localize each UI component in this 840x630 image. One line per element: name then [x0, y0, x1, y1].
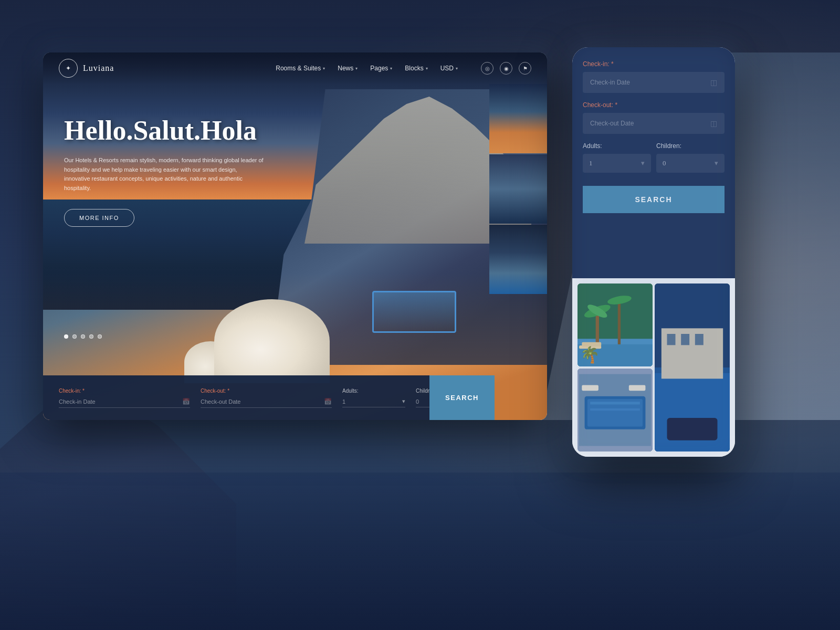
desktop-checkout-label: Check-out: * — [201, 388, 332, 394]
thumbnail-3[interactable] — [489, 225, 547, 294]
nav-blocks[interactable]: Blocks ▾ — [405, 65, 427, 72]
more-info-button[interactable]: MORE INFO — [64, 209, 134, 227]
chevron-down-icon: ▾ — [355, 66, 358, 71]
nav-news[interactable]: News ▾ — [338, 65, 358, 72]
desktop-checkin-label: Check-in: * — [59, 388, 190, 394]
tripadvisor-icon[interactable]: ◉ — [500, 62, 512, 75]
nav-rooms-suites-label: Rooms & Suites — [276, 65, 321, 72]
checkin-required: * — [81, 388, 85, 394]
foursquare-icon[interactable]: ⚑ — [519, 62, 531, 75]
social-icons: ◎ ◉ ⚑ — [481, 62, 531, 75]
nav-currency[interactable]: USD ▾ — [440, 65, 458, 72]
checkout-required: * — [226, 388, 229, 394]
hero-content: Hello.Salut.Hola Our Hotels & Resorts re… — [64, 116, 264, 227]
chevron-down-icon: ▾ — [456, 66, 458, 71]
desktop-adults-select[interactable]: 1 ▾ — [342, 396, 405, 407]
nav-blocks-label: Blocks — [405, 65, 423, 72]
calendar-icon: 📅 — [182, 398, 190, 405]
desktop-checkout-field: Check-out: * Check-out Date 📅 — [201, 388, 332, 408]
thumbnail-1[interactable] — [489, 84, 547, 153]
desktop-hero-area: ✦ Luviana Rooms & Suites ▾ News ▾ Pages — [43, 52, 547, 420]
desktop-mockup: ✦ Luviana Rooms & Suites ▾ News ▾ Pages — [43, 52, 547, 420]
desktop-adults-field: Adults: 1 ▾ — [342, 388, 405, 407]
slide-dot-3[interactable] — [89, 334, 93, 339]
nav-currency-label: USD — [440, 65, 454, 72]
chevron-down-icon: ▾ — [390, 66, 392, 71]
logo-icon: ✦ — [59, 59, 78, 78]
nav-links: Rooms & Suites ▾ News ▾ Pages ▾ Blocks ▾ — [276, 62, 531, 75]
desktop-search-button[interactable]: SEARCH — [429, 375, 495, 420]
desktop-checkout-input[interactable]: Check-out Date 📅 — [201, 396, 332, 408]
brand-name: Luviana — [83, 64, 114, 73]
nav-pages-label: Pages — [370, 65, 388, 72]
instagram-icon[interactable]: ◎ — [481, 62, 494, 75]
chevron-down-icon: ▾ — [323, 66, 325, 71]
hero-subtitle: Our Hotels & Resorts remain stylish, mod… — [64, 156, 264, 193]
nav-pages[interactable]: Pages ▾ — [370, 65, 392, 72]
nav-news-label: News — [338, 65, 353, 72]
logo-symbol: ✦ — [66, 65, 71, 72]
desktop-checkin-field: Check-in: * Check-in Date 📅 — [59, 388, 190, 408]
dome-main — [214, 299, 330, 383]
hero-title: Hello.Salut.Hola — [64, 116, 264, 145]
desktop-adults-label: Adults: — [342, 388, 405, 394]
logo-area: ✦ Luviana — [59, 59, 114, 78]
desktop-booking-bar: Check-in: * Check-in Date 📅 Check-out: *… — [43, 375, 495, 420]
slide-dot-0[interactable] — [64, 334, 68, 339]
calendar-icon: 📅 — [324, 398, 332, 405]
slide-dot-4[interactable] — [98, 334, 102, 339]
pool-area — [372, 291, 456, 333]
desktop-checkin-input[interactable]: Check-in Date 📅 — [59, 396, 190, 408]
mobile-glow — [568, 42, 739, 462]
desktop-navbar: ✦ Luviana Rooms & Suites ▾ News ▾ Pages — [43, 52, 547, 84]
slide-dot-1[interactable] — [72, 334, 77, 339]
chevron-down-icon: ▾ — [402, 398, 405, 405]
slide-dot-2[interactable] — [81, 334, 85, 339]
chevron-down-icon: ▾ — [426, 66, 428, 71]
thumbnail-2[interactable] — [489, 154, 547, 224]
nav-rooms-suites[interactable]: Rooms & Suites ▾ — [276, 65, 325, 72]
slide-dots — [64, 334, 102, 339]
thumbnail-strip — [489, 84, 547, 294]
